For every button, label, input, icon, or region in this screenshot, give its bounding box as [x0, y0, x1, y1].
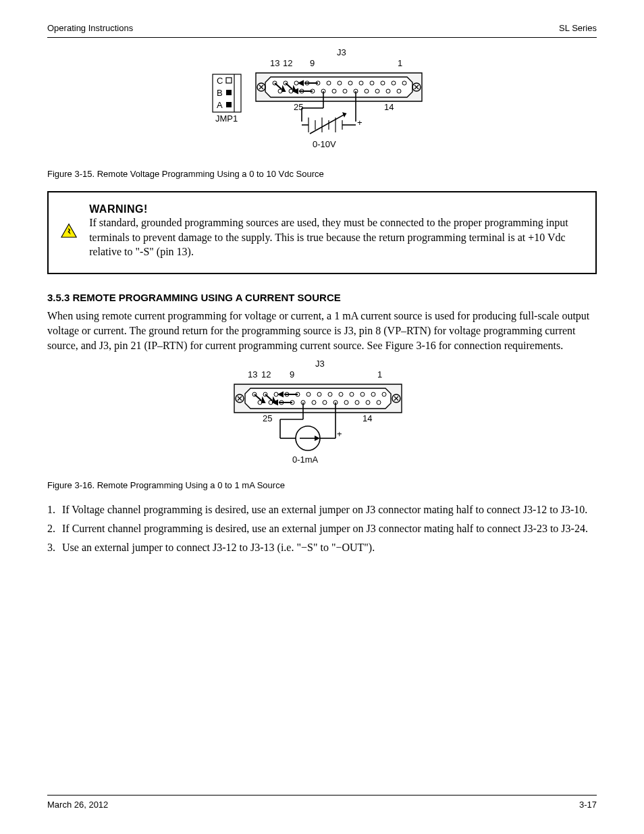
- jmp-a-label: A: [217, 100, 223, 110]
- diagram-3-16-svg: J3 13 12 9 1: [221, 357, 423, 479]
- section-3-5-3-para: When using remote current programming fo…: [47, 309, 597, 353]
- footer-revdate: March 26, 2012: [47, 800, 108, 810]
- source-label-2: 0-1mA: [292, 454, 319, 465]
- pin25-label-2: 25: [263, 413, 272, 423]
- warning-text: If standard, grounded programming source…: [89, 215, 583, 259]
- figure-3-16: J3 13 12 9 1: [47, 357, 597, 479]
- pin13-label: 13: [270, 58, 279, 68]
- diagram-3-15-svg: C B A JMP1 J3 13 12 9 1: [207, 46, 437, 167]
- list-text-2: If Current channel programming is desire…: [62, 521, 588, 536]
- source-plus: +: [357, 118, 363, 128]
- jmp1-label: JMP1: [215, 113, 238, 124]
- page-footer: March 26, 2012 3-17: [47, 795, 597, 810]
- pin12-label: 12: [283, 58, 292, 68]
- jmp-c-label: C: [217, 76, 223, 86]
- pin9-label: 9: [310, 58, 315, 68]
- connector-j3-fig1: J3 13 12 9 1: [256, 47, 422, 149]
- source-plus-2: +: [337, 429, 342, 439]
- list-num-1: 1.: [47, 502, 55, 517]
- j3-label-2: J3: [315, 359, 325, 369]
- list-num-3: 3.: [47, 540, 55, 555]
- dsub-inner-2: [245, 388, 391, 409]
- jmp-a-pin: [226, 102, 232, 107]
- figure-3-15: C B A JMP1 J3 13 12 9 1: [47, 46, 597, 167]
- list-text-1: If Voltage channel programming is desire…: [62, 502, 587, 517]
- page: Operating Instructions SL Series C B A J…: [0, 0, 644, 834]
- jmp-c-pin: [226, 78, 232, 83]
- pin13-label-2: 13: [248, 369, 257, 380]
- svg-marker-91: [315, 436, 320, 441]
- jmp-b-label: B: [217, 88, 223, 98]
- list-item-3: 3. Use an external jumper to connect J3-…: [47, 540, 597, 555]
- warning-box: WARNING! If standard, grounded programmi…: [47, 191, 597, 274]
- list-text-3: Use an external jumper to connect J3-12 …: [62, 540, 375, 555]
- list-item-1: 1. If Voltage channel programming is des…: [47, 502, 597, 517]
- running-header: Operating Instructions SL Series: [47, 20, 597, 38]
- pin1-label: 1: [398, 58, 402, 68]
- warning-triangle-icon: [61, 215, 77, 247]
- pin14-label-2: 14: [363, 413, 372, 423]
- pin14-label: 14: [384, 102, 394, 112]
- jmp-b-pin: [226, 90, 232, 95]
- pin1-label-2: 1: [377, 369, 382, 380]
- source-label: 0-10V: [313, 139, 336, 149]
- warning-heading: WARNING!: [89, 203, 583, 215]
- figure-3-16-caption: Figure 3-16. Remote Programming Using a …: [47, 480, 597, 490]
- pin9-label-2: 9: [290, 369, 294, 380]
- section-3-5-3-title: 3.5.3 REMOTE PROGRAMMING USING A CURRENT…: [47, 292, 597, 303]
- figure-3-15-caption: Figure 3-15. Remote Voltage Programming …: [47, 169, 597, 179]
- pin12-label-2: 12: [261, 369, 271, 380]
- j3-label: J3: [337, 47, 346, 57]
- list-item-2: 2. If Current channel programming is des…: [47, 521, 597, 536]
- list-num-2: 2.: [47, 521, 55, 536]
- header-left: Operating Instructions: [47, 23, 133, 33]
- dsub-inner: [265, 77, 412, 97]
- jmp1-block: C B A JMP1: [213, 74, 241, 124]
- header-right: SL Series: [559, 23, 597, 33]
- footer-page: 3-17: [579, 800, 597, 810]
